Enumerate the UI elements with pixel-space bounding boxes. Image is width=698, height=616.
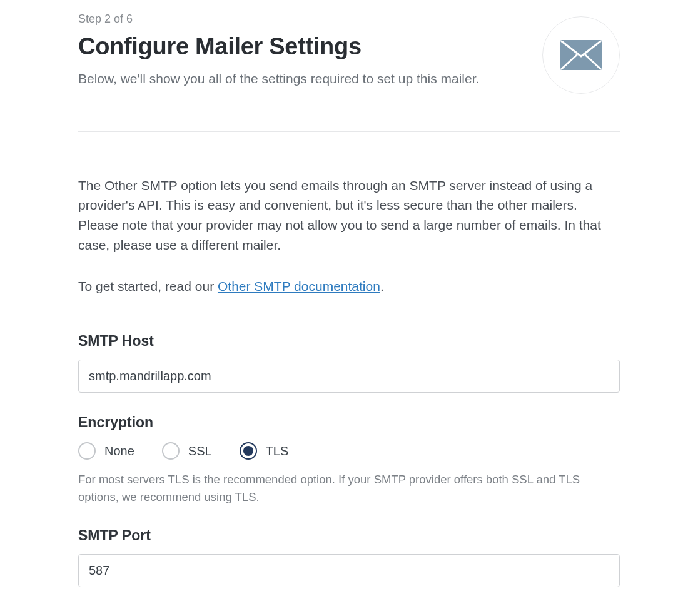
encryption-radio-group: None SSL TLS <box>78 442 620 460</box>
encryption-radio-ssl[interactable]: SSL <box>162 442 212 460</box>
doc-link[interactable]: Other SMTP documentation <box>218 279 380 293</box>
encryption-radio-none[interactable]: None <box>78 442 134 460</box>
encryption-label: Encryption <box>78 414 620 431</box>
radio-label-none: None <box>104 444 134 458</box>
step-indicator: Step 2 of 6 <box>78 13 620 26</box>
divider <box>78 131 620 132</box>
encryption-field-group: Encryption None SSL TLS For most servers… <box>78 414 620 506</box>
smtp-port-field-group: SMTP Port <box>78 527 620 587</box>
radio-label-ssl: SSL <box>188 444 212 458</box>
radio-circle-icon <box>162 442 180 460</box>
radio-circle-icon <box>78 442 96 460</box>
encryption-help-text: For most servers TLS is the recommended … <box>78 471 620 506</box>
encryption-radio-tls[interactable]: TLS <box>240 442 289 460</box>
smtp-host-label: SMTP Host <box>78 333 620 350</box>
page-title: Configure Mailer Settings <box>78 33 620 60</box>
mail-icon <box>542 16 620 94</box>
smtp-port-label: SMTP Port <box>78 527 620 544</box>
doc-suffix-text: . <box>380 279 384 293</box>
doc-paragraph: To get started, read our Other SMTP docu… <box>78 276 620 296</box>
radio-circle-icon <box>240 442 257 460</box>
smtp-host-input[interactable] <box>78 360 620 393</box>
smtp-host-field-group: SMTP Host <box>78 333 620 393</box>
doc-intro-text: To get started, read our <box>78 279 218 293</box>
wizard-header: Step 2 of 6 Configure Mailer Settings Be… <box>78 13 620 114</box>
page-subtitle: Below, we'll show you all of the setting… <box>78 69 620 89</box>
radio-label-tls: TLS <box>266 444 289 458</box>
smtp-port-input[interactable] <box>78 554 620 587</box>
info-paragraph: The Other SMTP option lets you send emai… <box>78 176 620 256</box>
